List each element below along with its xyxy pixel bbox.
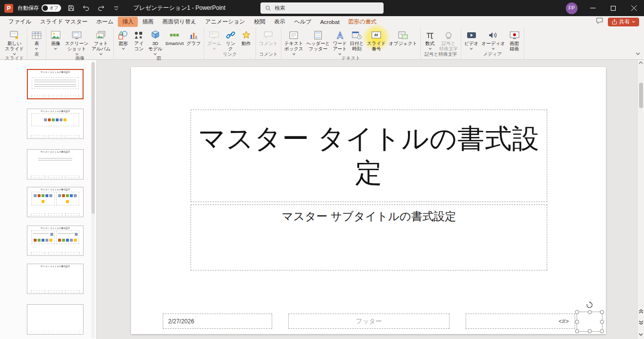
ribbon-button-label: 表: [34, 41, 39, 46]
footer-placeholder[interactable]: フッター: [288, 314, 450, 329]
tab-item[interactable]: ファイル: [4, 17, 36, 27]
ribbon-button-label: オーディオ: [481, 41, 505, 46]
link-button[interactable]: リン ク: [223, 28, 238, 51]
avatar[interactable]: FP: [566, 2, 578, 14]
selection-handle[interactable]: [575, 329, 579, 333]
chart-icon: [188, 29, 199, 41]
header-footer-button[interactable]: ヘッダーと フッター: [305, 28, 331, 51]
powerpoint-window: P 自動保存 オフ プレゼンテーション1 - PowerPoint 検索: [0, 0, 644, 339]
ribbon-button-label: 日付と 時刻: [350, 41, 364, 51]
new-slide-button[interactable]: 新しい スライド: [3, 28, 25, 55]
tab-item[interactable]: ホーム: [92, 17, 118, 27]
tab-item[interactable]: 校閲: [250, 17, 270, 27]
shapes-button[interactable]: 図形: [115, 28, 131, 50]
tab-active[interactable]: 挿入: [118, 17, 138, 27]
tab-item[interactable]: ヘルプ: [290, 17, 316, 27]
minimize-button[interactable]: [582, 0, 603, 16]
slide-thumbnail-1[interactable]: マスター タイトルの書式設定: [27, 69, 84, 99]
share-button[interactable]: 共有: [608, 18, 639, 26]
ribbon-group: 新しい スライドスライド: [2, 27, 27, 59]
header-footer-icon: [312, 29, 324, 41]
slide-number-button[interactable]: スライド 番号: [365, 28, 387, 51]
ribbon-button-label: SmartArt: [165, 41, 183, 46]
photo-album-button[interactable]: フォト アルバム: [90, 28, 112, 55]
video-button[interactable]: ビデオ: [463, 28, 480, 50]
screenshot-button[interactable]: スクリーン ショット: [64, 28, 90, 55]
next-slide-button[interactable]: [639, 318, 644, 327]
date-placeholder[interactable]: 2/27/2026: [163, 314, 272, 329]
wordart-button[interactable]: ワード アート: [331, 28, 348, 55]
slide-thumbnail-7[interactable]: [27, 304, 84, 335]
slide-number-placeholder[interactable]: <#>: [466, 314, 575, 329]
audio-button[interactable]: オーディオ: [480, 28, 506, 50]
close-button[interactable]: [623, 0, 644, 16]
picture-button[interactable]: 画像: [48, 28, 64, 50]
3d-model-button[interactable]: 3D モデル: [147, 28, 164, 55]
slide-thumbnail-2[interactable]: マスター タイトルの書式設定: [27, 109, 84, 139]
selected-shape[interactable]: [577, 312, 602, 332]
photo-album-icon: [95, 29, 107, 41]
selection-handle[interactable]: [575, 310, 579, 314]
previous-slide-button[interactable]: [639, 307, 644, 316]
tab-item[interactable]: 画面切り替え: [158, 17, 201, 27]
slide-number-placeholder-text: <#>: [558, 318, 569, 325]
slide-master-canvas[interactable]: マスター タイトルの書式設定 マスター サブタイトルの書式設定 2/27/202…: [131, 67, 606, 334]
scroll-down-button[interactable]: [639, 329, 643, 338]
chevron-down-icon: [122, 46, 125, 50]
text-box-button[interactable]: テキスト ボックス: [283, 28, 305, 55]
ribbon-button-label: スライド 番号: [367, 41, 386, 51]
selection-handle[interactable]: [600, 310, 604, 314]
scrollbar-thumb[interactable]: [639, 83, 643, 108]
chart-button[interactable]: グラフ: [185, 28, 202, 46]
equation-button[interactable]: 数式: [422, 28, 438, 50]
icons-button[interactable]: アイ コン: [131, 28, 147, 51]
subtitle-placeholder[interactable]: マスター サブタイトルの書式設定: [191, 204, 547, 271]
title-placeholder[interactable]: マスター タイトルの書式設定: [191, 110, 547, 202]
object-button[interactable]: オブジェクト: [387, 28, 419, 46]
comments-button[interactable]: [596, 17, 603, 26]
screenshot-icon: [71, 29, 83, 41]
scrollbar-thumb[interactable]: [91, 62, 95, 214]
slide-thumbnail-3[interactable]: マスター タイトルの書式設定: [27, 149, 84, 180]
rotate-handle[interactable]: [586, 301, 593, 311]
maximize-button[interactable]: [603, 0, 623, 16]
slide-thumbnail-4[interactable]: マスター タイトルの書式設定: [27, 187, 84, 217]
selection-handle[interactable]: [588, 310, 592, 314]
powerpoint-logo-icon[interactable]: P: [4, 4, 13, 13]
search-input[interactable]: 検索: [260, 2, 384, 14]
ribbon-button-label: スクリーン ショット: [65, 41, 88, 51]
ribbon-button-label: ヘッダーと フッター: [306, 41, 330, 51]
slide-thumbnail-panel: マスター タイトルの書式設定マスター タイトルの書式設定マスター タイトルの書式…: [0, 60, 97, 339]
chevron-down-icon: [636, 52, 640, 55]
slide-thumbnail-5[interactable]: マスター タイトルの書式設定: [27, 226, 84, 256]
save-button[interactable]: [65, 2, 76, 14]
slide-thumbnail-6[interactable]: マスター タイトルの書式設定: [27, 264, 84, 294]
table-button[interactable]: 表: [29, 28, 44, 50]
smartart-button[interactable]: SmartArt: [164, 28, 185, 46]
selection-handle[interactable]: [575, 320, 579, 324]
action-button[interactable]: 動作: [238, 28, 254, 46]
collapse-ribbon-button[interactable]: [636, 48, 640, 57]
selection-handle[interactable]: [600, 320, 604, 324]
autosave-toggle[interactable]: 自動保存 オフ: [18, 4, 61, 12]
customize-quick-access-toolbar-button[interactable]: [111, 2, 122, 14]
save-icon: [67, 4, 75, 12]
tab-item[interactable]: スライド マスター: [36, 17, 92, 27]
thumbnail-panel-scrollbar[interactable]: [91, 61, 95, 338]
ribbon-group: コメントコメント: [256, 27, 281, 59]
tab-item[interactable]: Acrobat: [316, 18, 344, 26]
ribbon-button-label: 画像: [51, 41, 60, 46]
chevron-down-icon: [99, 52, 103, 55]
tab-item[interactable]: 表示: [270, 17, 290, 27]
tab-item[interactable]: 描画: [138, 17, 158, 27]
selection-handle[interactable]: [588, 329, 592, 333]
selection-handle[interactable]: [600, 329, 604, 333]
picture-icon: [50, 29, 62, 41]
redo-button[interactable]: [96, 2, 107, 14]
screen-recording-button[interactable]: 画面 録画: [507, 28, 522, 51]
scroll-up-button[interactable]: [638, 61, 644, 64]
vertical-scrollbar[interactable]: [637, 60, 644, 339]
tab-item[interactable]: アニメーション: [201, 17, 250, 27]
undo-button[interactable]: [81, 2, 91, 14]
shapes-icon: [117, 29, 129, 41]
